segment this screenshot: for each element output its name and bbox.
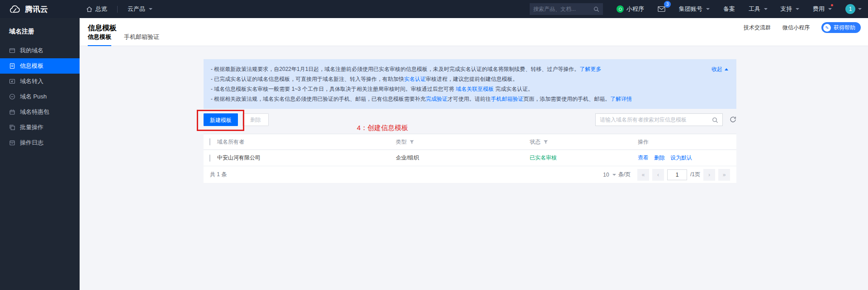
domain-push-icon <box>9 94 15 100</box>
wechat-mini-link[interactable]: 微信小程序 <box>783 24 810 32</box>
avatar: 1 <box>845 4 855 14</box>
nav-tools-label: 工具 <box>749 5 760 13</box>
get-help-button[interactable]: ✎ 获得帮助 <box>821 22 861 33</box>
last-page-button[interactable]: » <box>718 169 730 181</box>
nav-products[interactable]: 云产品 <box>118 0 162 18</box>
tech-group-link[interactable]: 技术交流群 <box>744 24 771 32</box>
navbar-search-input[interactable] <box>533 6 593 12</box>
nav-account[interactable]: 1 <box>839 4 862 14</box>
sidebar-item-domain-deal[interactable]: 域名特惠包 <box>0 104 80 120</box>
sidebar-item-label: 我的域名 <box>20 47 43 55</box>
sidebar-title: 域名注册 <box>0 18 80 43</box>
delete-button[interactable]: 删除 <box>242 113 269 126</box>
chevron-down-icon <box>706 8 710 10</box>
sidebar-item-op-logs[interactable]: 操作日志 <box>0 135 80 150</box>
search-icon[interactable] <box>712 117 718 123</box>
next-page-button[interactable]: › <box>703 169 715 181</box>
notice-line: - 根据相关政策法规，域名实名信息必须使用已验证的手机、邮箱，已有信息模板需要补… <box>211 94 687 104</box>
real-name-auth-link[interactable]: 实名认证 <box>404 76 426 82</box>
nav-group-account[interactable]: 集团账号 <box>673 0 716 18</box>
phone-email-verify-link[interactable]: 手机邮箱验证 <box>491 96 523 102</box>
header-links: 技术交流群 微信小程序 ✎ 获得帮助 <box>744 22 861 33</box>
create-template-button[interactable]: 新建模板 <box>204 113 238 126</box>
domain-deal-icon <box>9 109 15 115</box>
info-template-icon <box>9 63 15 69</box>
view-action-link[interactable]: 查看 <box>638 154 649 162</box>
nav-mini-program[interactable]: 小程序 <box>610 0 650 18</box>
chevron-down-icon <box>796 8 799 10</box>
search-icon[interactable] <box>593 6 599 12</box>
content-header: 信息模板 信息模板 手机邮箱验证 技术交流群 微信小程序 ✎ 获得帮助 <box>80 18 868 46</box>
sidebar-item-domain-push[interactable]: 域名 Push <box>0 89 80 104</box>
billing-notification-dot <box>831 4 833 6</box>
tab-bar: 信息模板 手机邮箱验证 <box>88 33 159 46</box>
column-owner: 域名所有者 <box>217 138 244 146</box>
chevron-up-icon <box>725 68 728 70</box>
refresh-icon[interactable] <box>730 116 736 123</box>
envelope-icon <box>658 6 665 12</box>
link-domain-to-template-link[interactable]: 域名关联至模板 <box>456 86 494 92</box>
select-all-checkbox[interactable] <box>209 138 210 145</box>
message-count-badge: 3 <box>664 1 671 8</box>
sidebar-item-domain-transfer[interactable]: 域名转入 <box>0 74 80 89</box>
nav-group-account-label: 集团账号 <box>679 5 702 13</box>
collapse-notice-button[interactable]: 收起 <box>711 64 728 74</box>
op-logs-icon <box>9 140 15 146</box>
sidebar-item-label: 批量操作 <box>20 123 43 131</box>
navbar-search[interactable] <box>530 3 603 15</box>
pagination-bar: 共 1 条 10 条/页 « ‹ /1页 › » <box>204 166 736 183</box>
sidebar-item-info-template[interactable]: 信息模板 <box>0 58 80 74</box>
chevron-down-icon <box>764 8 768 10</box>
chevron-down-icon <box>828 8 832 10</box>
batch-ops-icon <box>9 124 15 131</box>
delete-action-link[interactable]: 删除 <box>654 154 665 162</box>
prev-page-button[interactable]: ‹ <box>652 169 664 181</box>
nav-overview-label: 总览 <box>95 5 107 13</box>
nav-beian[interactable]: 备案 <box>716 0 742 18</box>
total-count-label: 共 1 条 <box>210 171 227 178</box>
nav-messages[interactable]: 3 <box>650 0 673 18</box>
nav-beian-label: 备案 <box>723 5 735 13</box>
total-pages-label: /1页 <box>690 171 700 178</box>
row-checkbox[interactable] <box>209 154 210 162</box>
nav-products-label: 云产品 <box>128 5 145 13</box>
sidebar-item-batch-ops[interactable]: 批量操作 <box>0 120 80 135</box>
owner-search-input[interactable] <box>600 117 709 123</box>
learn-more-link[interactable]: 了解更多 <box>579 66 601 72</box>
filter-icon[interactable] <box>409 140 414 145</box>
nav-overview[interactable]: 总览 <box>76 0 117 18</box>
owner-search-box <box>595 113 723 126</box>
navbar-left: 腾讯云 总览 云产品 <box>0 0 162 18</box>
page-size-value: 10 <box>603 172 609 178</box>
notice-banner: - 根据最新政策法规要求，自2022年1月1日起，域名注册前必须使用已实名审核的… <box>204 59 736 109</box>
tab-info-template[interactable]: 信息模板 <box>88 33 111 46</box>
learn-detail-link[interactable]: 了解详情 <box>610 96 632 102</box>
nav-support[interactable]: 支持 <box>774 0 806 18</box>
sidebar: 域名注册 我的域名 信息模板 域名转入 域名 Push <box>0 18 80 290</box>
complete-verify-link[interactable]: 完成验证 <box>426 96 447 102</box>
navbar-right: 小程序 3 集团账号 备案 工具 支持 费用 <box>530 0 868 18</box>
tab-phone-email-verify[interactable]: 手机邮箱验证 <box>124 33 159 46</box>
main-content: 信息模板 信息模板 手机邮箱验证 技术交流群 微信小程序 ✎ 获得帮助 - 根据… <box>80 18 868 290</box>
set-default-action-link[interactable]: 设为默认 <box>670 154 692 162</box>
first-page-button[interactable]: « <box>637 169 649 181</box>
sidebar-item-my-domains[interactable]: 我的域名 <box>0 43 80 58</box>
tencent-cloud-logo[interactable]: 腾讯云 <box>9 4 48 14</box>
sidebar-item-label: 域名特惠包 <box>20 108 49 116</box>
nav-mini-program-label: 小程序 <box>626 5 644 13</box>
help-icon: ✎ <box>823 24 831 32</box>
sidebar-item-label: 域名转入 <box>20 77 43 85</box>
page-size-select[interactable]: 10 条/页 <box>603 171 631 178</box>
nav-billing[interactable]: 费用 <box>806 0 839 18</box>
filter-icon[interactable] <box>543 140 548 145</box>
sidebar-item-label: 信息模板 <box>20 62 43 70</box>
home-icon <box>86 6 93 13</box>
mini-program-icon <box>617 5 624 13</box>
chevron-down-icon <box>612 174 616 176</box>
current-page-input[interactable] <box>667 169 687 180</box>
status-badge: 已实名审核 <box>530 154 557 162</box>
nav-tools[interactable]: 工具 <box>742 0 774 18</box>
pagination-controls: 10 条/页 « ‹ /1页 › » <box>603 169 730 181</box>
nav-support-label: 支持 <box>780 5 792 13</box>
brand-label: 腾讯云 <box>25 4 48 14</box>
